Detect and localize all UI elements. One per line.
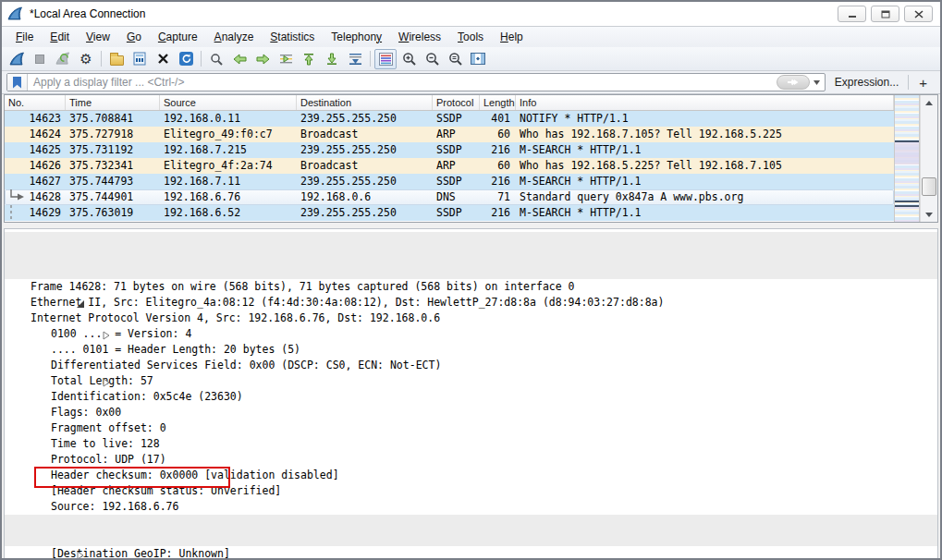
filter-history-dropdown[interactable] [810,80,825,85]
find-packet-button[interactable] [205,49,227,69]
forward-arrow-icon [256,54,270,65]
colorize-icon [379,53,393,66]
packet-time-cell: 375.744901 [66,189,160,205]
restart-capture-button[interactable] [52,49,74,69]
add-filter-button[interactable]: + [914,75,936,91]
start-capture-button[interactable] [6,49,28,69]
window-controls [838,6,935,22]
scroll-up-button[interactable] [921,95,937,110]
expression-button[interactable]: Expression... [831,76,902,89]
detail-row[interactable]: [Destination GeoIP: Unknown] [5,499,937,515]
packet-row[interactable]: 14625 375.731192 192.168.7.215 239.255.2… [5,142,894,158]
packet-row[interactable]: 14623 375.708841 192.168.0.11 239.255.25… [5,111,894,127]
open-file-button[interactable] [105,49,128,69]
detail-row[interactable]: Fragment offset: 0 [5,373,937,389]
column-header-no[interactable]: No. [5,95,66,110]
column-header-source[interactable]: Source [160,95,297,110]
intelligent-scrollbar-minimap[interactable] [894,95,920,222]
auto-scroll-button[interactable] [344,49,366,69]
menu-item[interactable]: Statistics [262,28,323,47]
colorize-packets-button[interactable] [374,49,397,69]
go-back-button[interactable] [228,49,251,69]
packet-length-cell: 60 [480,127,516,142]
detail-row[interactable]: Header checksum: 0x0000 [validation disa… [5,420,937,436]
detail-row[interactable]: User Datagram Protocol, Src Port: 61022,… [5,515,937,530]
tree-expander-icon[interactable] [12,266,21,275]
packet-source-cell: 192.168.7.215 [160,142,297,158]
tree-expander-icon[interactable] [12,235,21,244]
go-to-packet-button[interactable] [275,49,297,69]
scrollbar-thumb[interactable] [922,177,936,196]
resize-columns-button[interactable] [467,49,489,69]
menu-item[interactable]: Telephony [323,28,390,47]
tree-expander-icon[interactable] [12,250,21,260]
detail-row[interactable]: Ethernet II, Src: Elitegro_4a:08:12 (f4:… [5,248,937,263]
packet-list-header: No. Time Source Destination Protocol Len… [5,95,894,111]
detail-row[interactable]: 0100 .... = Version: 4 [5,279,937,295]
menu-item[interactable]: Go [118,28,150,47]
menu-item[interactable]: Wireless [390,28,449,47]
tree-expander-icon[interactable] [38,313,47,323]
packet-row[interactable]: 14626 375.732341 Elitegro_4f:2a:74 Broad… [5,158,894,174]
filter-bookmark-button[interactable] [7,74,28,91]
wireshark-app-icon [7,6,23,21]
menu-item[interactable]: Tools [449,28,492,47]
detail-row[interactable]: Differentiated Services Field: 0x00 (DSC… [5,310,937,326]
detail-row[interactable]: Time to live: 128 [5,389,937,405]
reload-file-button[interactable] [175,49,197,69]
packet-info-cell: Standard query 0x847a A www.pbs.org [516,189,894,205]
title-bar[interactable]: *Local Area Connection [2,2,940,26]
column-header-time[interactable]: Time [66,95,160,110]
detail-row[interactable]: Flags: 0x00 [5,358,937,373]
detail-row[interactable]: Internet Protocol Version 4, Src: 192.16… [5,263,937,279]
detail-row[interactable]: Source: 192.168.6.76 [5,452,937,468]
go-to-last-button[interactable] [321,49,343,69]
detail-row[interactable]: [Header checksum status: Unverified] [5,436,937,452]
packet-no-cell: 14627 [5,174,66,189]
detail-row[interactable]: Frame 14628: 71 bytes on wire (568 bits)… [5,232,937,248]
zoom-in-button[interactable] [398,49,420,69]
detail-row[interactable]: [Source GeoIP: Unknown] [5,483,937,499]
menu-item[interactable]: Analyze [206,28,263,47]
column-header-length[interactable]: Length [480,95,516,110]
column-header-destination[interactable]: Destination [297,95,433,110]
column-header-protocol[interactable]: Protocol [433,95,480,110]
column-header-info[interactable]: Info [516,95,894,110]
stop-capture-button[interactable] [29,49,51,69]
packet-list-scrollbar[interactable] [920,95,937,222]
display-filter-input[interactable]: Apply a display filter ... <Ctrl-/> [6,73,826,91]
packet-source-cell: 192.168.0.11 [160,111,297,127]
detail-row[interactable]: .... 0101 = Header Length: 20 bytes (5) [5,295,937,310]
go-to-first-button[interactable] [298,49,320,69]
zoom-original-button[interactable] [444,49,466,69]
zoom-out-button[interactable] [421,49,443,69]
packet-row[interactable]: 14624 375.727918 Elitegro_49:f0:c7 Broad… [5,127,894,142]
menu-item[interactable]: Help [492,28,532,47]
menu-item[interactable]: Edit [42,28,78,47]
detail-row[interactable]: Identification: 0x5c4e (23630) [5,342,937,358]
packet-row[interactable]: 14628 375.744901 192.168.6.76 192.168.0.… [5,189,894,205]
tree-expander-icon[interactable] [12,517,21,527]
related-packet-arrow-icon [6,189,27,205]
detail-row[interactable]: Total Length: 57 [5,326,937,342]
tree-expander-icon[interactable] [12,533,21,542]
minimize-button[interactable] [838,6,866,22]
menu-item[interactable]: View [78,28,118,47]
go-forward-button[interactable] [251,49,274,69]
close-button[interactable] [904,6,933,22]
menu-item[interactable]: File [7,28,42,47]
maximize-button[interactable] [871,6,899,22]
capture-options-button[interactable]: ⚙ [75,49,97,69]
menu-item[interactable]: Capture [150,28,206,47]
detail-row[interactable]: Protocol: UDP (17) [5,405,937,420]
close-file-button[interactable] [152,49,174,69]
packet-row[interactable]: 14627 375.744793 192.168.7.11 239.255.25… [5,174,894,189]
tree-expander-icon[interactable] [38,360,47,370]
detail-row[interactable]: Destination: 192.168.0.6 [5,468,937,483]
minimap-band [895,144,919,164]
detail-row[interactable]: Domain Name System (query) [5,530,937,546]
scroll-down-button[interactable] [921,207,937,222]
save-file-button[interactable] [128,49,151,69]
apply-filter-button[interactable] [777,75,810,90]
packet-row[interactable]: 14629 375.763019 192.168.6.52 239.255.25… [5,205,894,221]
